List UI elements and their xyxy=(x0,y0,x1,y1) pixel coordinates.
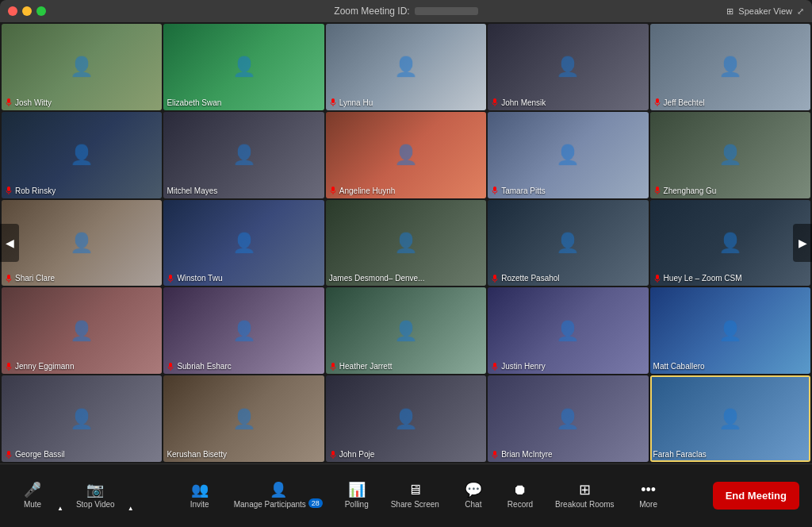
participant-name: Shari Clare xyxy=(5,274,55,283)
video-caret[interactable]: ▲ xyxy=(126,480,136,512)
end-meeting-button[interactable]: End Meeting xyxy=(713,482,799,510)
meeting-id-label: Zoom Meeting ID: xyxy=(334,6,409,17)
video-cell[interactable]: 👤 Josh Witty xyxy=(2,24,162,110)
polling-button[interactable]: 📊 Polling xyxy=(337,478,377,514)
video-cell[interactable]: 👤 Mitchel Mayes xyxy=(163,112,324,198)
participant-name: George Bassil xyxy=(5,450,65,459)
invite-icon: 👥 xyxy=(191,483,209,497)
video-cell[interactable]: 👤 Heather Jarrett xyxy=(326,287,486,374)
video-cell[interactable]: 👤 Matt Caballero xyxy=(650,287,810,374)
meeting-id-value xyxy=(415,7,478,15)
svg-rect-10 xyxy=(331,187,335,191)
svg-rect-0 xyxy=(7,98,10,103)
title-bar: Zoom Meeting ID: ⊞ Speaker View ⤢ xyxy=(0,0,812,22)
video-cell[interactable]: 👤 Huey Le – Zoom CSM xyxy=(650,200,810,287)
svg-rect-26 xyxy=(169,363,172,367)
nav-prev-button[interactable]: ◀ xyxy=(0,224,19,262)
video-cell[interactable]: 👤 Subriah Esharc xyxy=(163,287,324,374)
svg-rect-14 xyxy=(656,187,659,191)
record-icon: ⏺ xyxy=(513,483,527,497)
participant-name: Jeff Bechtel xyxy=(653,98,705,107)
share-screen-icon: 🖥 xyxy=(408,483,422,497)
participant-name: Rozette Pasahol xyxy=(491,274,559,283)
speaker-view-label: Speaker View xyxy=(738,6,792,16)
fullscreen-icon: ⤢ xyxy=(797,6,804,17)
breakout-rooms-button[interactable]: ⊞ Breakout Rooms xyxy=(547,478,622,514)
video-cell[interactable]: 👤 Lynna Hu xyxy=(326,24,486,110)
mute-label: Mute xyxy=(24,500,41,509)
svg-rect-20 xyxy=(493,275,496,279)
invite-button[interactable]: 👥 Invite xyxy=(180,478,220,514)
chat-button[interactable]: 💬 Chat xyxy=(454,478,493,514)
breakout-rooms-label: Breakout Rooms xyxy=(555,500,614,509)
participant-name: Rob Rinsky xyxy=(5,187,56,195)
window-controls xyxy=(8,6,46,16)
participant-name: Josh Witty xyxy=(5,98,52,107)
breakout-rooms-icon: ⊞ xyxy=(579,483,591,497)
participant-count-badge: 28 xyxy=(308,498,323,508)
mute-caret[interactable]: ▲ xyxy=(56,480,65,512)
more-label: More xyxy=(639,500,657,509)
meeting-id: Zoom Meeting ID: xyxy=(334,6,477,17)
video-cell[interactable]: 👤 Brian McIntyre xyxy=(488,375,648,462)
more-button[interactable]: ••• More xyxy=(629,478,668,514)
video-cell[interactable]: 👤 Jenny Eggimann xyxy=(2,287,162,374)
participant-name: Mitchel Mayes xyxy=(167,187,217,195)
video-cell[interactable]: 👤 John Mensik xyxy=(488,24,648,110)
svg-rect-12 xyxy=(493,187,496,191)
participants-icon: 👤 xyxy=(270,483,287,497)
stop-video-button[interactable]: 📷 Stop Video xyxy=(68,478,123,514)
participant-name: Matt Caballero xyxy=(653,362,705,371)
video-cell[interactable]: 👤 George Bassil xyxy=(2,375,162,462)
nav-next-button[interactable]: ▶ xyxy=(793,224,812,262)
participant-name: Winston Twu xyxy=(167,274,222,283)
participant-name: Angeline Huynh xyxy=(329,187,396,195)
video-cell[interactable]: 👤 Tamara Pitts xyxy=(488,112,648,198)
video-cell[interactable]: 👤 Rozette Pasahol xyxy=(488,200,648,287)
participant-name: Heather Jarrett xyxy=(329,362,393,371)
svg-rect-22 xyxy=(656,275,659,279)
video-cell[interactable]: 👤 James Desmond– Denve... xyxy=(326,200,486,287)
participants-label: Manage Participants 28 xyxy=(234,500,323,509)
participant-name: John Poje xyxy=(329,450,374,459)
video-cell[interactable]: 👤 Elizabeth Swan xyxy=(163,24,324,110)
mute-button[interactable]: 🎤 Mute xyxy=(13,478,52,514)
toolbar: 🎤 Mute ▲ 📷 Stop Video ▲ 👥 Invite 👤 Manag… xyxy=(0,464,812,527)
video-cell[interactable]: 👤 Shari Clare xyxy=(2,200,162,287)
polling-label: Polling xyxy=(345,500,369,509)
video-cell[interactable]: 👤 Zhenghang Gu xyxy=(650,112,810,198)
svg-rect-4 xyxy=(493,98,496,103)
video-cell[interactable]: 👤 Justin Henry xyxy=(488,287,648,374)
svg-rect-30 xyxy=(493,363,496,367)
video-cell[interactable]: 👤 Farah Faraclas xyxy=(650,375,810,462)
participant-name: Lynna Hu xyxy=(329,98,373,107)
maximize-button[interactable] xyxy=(36,6,46,16)
participant-name: Zhenghang Gu xyxy=(653,187,717,195)
minimize-button[interactable] xyxy=(22,6,32,16)
svg-rect-32 xyxy=(7,451,10,456)
video-cell[interactable]: 👤 Angeline Huynh xyxy=(326,112,486,198)
toolbar-right: End Meeting xyxy=(713,482,799,510)
video-cell[interactable]: 👤 Kerushan Bisetty xyxy=(163,375,324,462)
speaker-view-button[interactable]: ⊞ Speaker View ⤢ xyxy=(726,6,804,17)
participant-name: Kerushan Bisetty xyxy=(167,450,227,459)
video-cell[interactable]: 👤 John Poje xyxy=(326,375,486,462)
mute-icon: 🎤 xyxy=(24,483,41,497)
video-cell[interactable]: 👤 Winston Twu xyxy=(163,200,324,287)
record-button[interactable]: ⏺ Record xyxy=(500,478,541,514)
video-cell[interactable]: 👤 Jeff Bechtel xyxy=(650,24,810,110)
chat-label: Chat xyxy=(465,500,481,509)
toolbar-left: 🎤 Mute ▲ 📷 Stop Video ▲ xyxy=(13,478,136,514)
video-grid: 👤 Josh Witty 👤 Elizabeth Swan 👤 Lynna Hu… xyxy=(0,22,812,464)
svg-rect-28 xyxy=(331,363,335,367)
manage-participants-button[interactable]: 👤 Manage Participants 28 xyxy=(226,478,331,514)
close-button[interactable] xyxy=(8,6,17,16)
record-label: Record xyxy=(508,500,533,509)
participant-name: Huey Le – Zoom CSM xyxy=(653,274,742,283)
svg-rect-34 xyxy=(331,451,335,456)
share-screen-button[interactable]: 🖥 Share Screen xyxy=(383,478,447,514)
participant-name: Tamara Pitts xyxy=(491,187,546,195)
video-cell[interactable]: 👤 Rob Rinsky xyxy=(2,112,162,198)
participant-name: Brian McIntyre xyxy=(491,450,552,459)
stop-video-icon: 📷 xyxy=(86,483,104,497)
